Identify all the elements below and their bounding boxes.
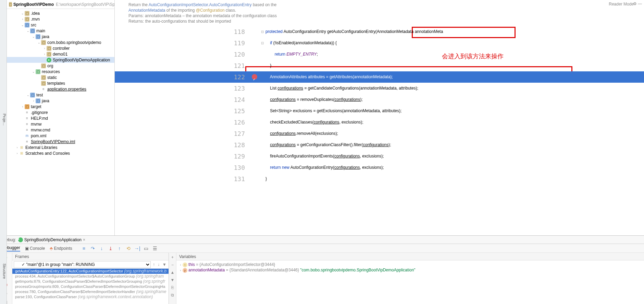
tree-node[interactable]: ›▢controller bbox=[7, 45, 114, 51]
drop-frame-icon[interactable]: ⟲ bbox=[126, 246, 131, 251]
node-label: com.bobo.springbootvipdemo bbox=[47, 40, 101, 45]
node-label: target bbox=[31, 104, 41, 109]
tree-node[interactable]: ›▢.mvn bbox=[7, 16, 114, 22]
console-tab[interactable]: ▣ Console bbox=[25, 246, 45, 251]
chevron-icon: ⌄ bbox=[26, 93, 30, 97]
step-over-icon[interactable]: ↷ bbox=[90, 246, 96, 251]
code-line[interactable]: 123 List configurations = getCandidateCo… bbox=[115, 83, 644, 94]
step-into-icon[interactable]: ↓ bbox=[99, 246, 104, 251]
code-line[interactable]: 126 checkExcludedClasses(configurations,… bbox=[115, 117, 644, 128]
tree-node[interactable]: ▢templates bbox=[7, 80, 114, 86]
chevron-icon: ⌄ bbox=[21, 12, 25, 15]
code-line[interactable]: 127 configurations.removeAll(exclusions)… bbox=[115, 128, 644, 139]
tree-node[interactable]: ⌄▢test bbox=[7, 92, 114, 98]
force-step-into-icon[interactable]: ⤓ bbox=[108, 246, 113, 251]
project-name: SpringBootVIPDemo bbox=[13, 2, 54, 7]
stack-frame[interactable]: process:434, AutoConfigurationImportSele… bbox=[12, 274, 169, 279]
tree-node[interactable]: ▢static bbox=[7, 74, 114, 80]
thread-selector[interactable]: ✓ "main"@1 in group "main": RUNNING bbox=[14, 261, 151, 268]
node-label: java bbox=[42, 34, 49, 39]
breakpoint-icon[interactable] bbox=[252, 74, 257, 80]
tree-node[interactable]: ≡application.properties bbox=[7, 86, 114, 92]
evaluate-icon[interactable]: ▭ bbox=[144, 246, 149, 251]
stack-frame[interactable]: getImports:879, ConfigurationClassParser… bbox=[12, 279, 169, 284]
fold-b-icon: ▢ bbox=[30, 28, 35, 33]
tree-node[interactable]: ⌄▢main bbox=[7, 28, 114, 34]
stack-frame[interactable]: processGroupImports:809, ConfigurationCl… bbox=[12, 284, 169, 289]
chevron-icon: ⌄ bbox=[32, 35, 36, 38]
remove-icon[interactable]: − bbox=[171, 262, 174, 267]
code-line[interactable]: 130 return new AutoConfigurationEntry(co… bbox=[115, 162, 644, 173]
copy-icon[interactable]: ⎘ bbox=[171, 285, 174, 290]
tree-node[interactable]: ⌄▢resources bbox=[7, 69, 114, 74]
debug-tab-header: Debug: ▸ SpringBootVipDemoApplication × … bbox=[0, 236, 644, 244]
tree-node[interactable]: ›⊞External Libraries bbox=[7, 144, 114, 150]
code-line[interactable]: 122 AnnotationAttributes attributes = ge… bbox=[115, 71, 644, 83]
fold-icon: ▢ bbox=[41, 81, 46, 86]
code-text: configurations.removeAll(exclusions); bbox=[265, 128, 338, 139]
prev-frame-icon[interactable]: ↑ bbox=[152, 262, 156, 267]
node-label: mvnw bbox=[31, 122, 41, 127]
variable-row[interactable]: ›pannotationMetadata = {StandardAnnotati… bbox=[178, 267, 644, 273]
frames-title: Frames bbox=[12, 253, 169, 260]
fold-icon[interactable]: ⊟ bbox=[260, 37, 264, 49]
fold-icon: ▢ bbox=[41, 40, 46, 45]
fold-icon[interactable]: ⊟ bbox=[260, 26, 264, 37]
tree-node[interactable]: ›▢target bbox=[7, 104, 114, 109]
tree-node[interactable]: ⌄▢com.bobo.springbootvipdemo bbox=[7, 39, 114, 45]
line-number: 130 bbox=[228, 162, 245, 173]
tree-node[interactable]: ⌄▢java bbox=[7, 34, 114, 39]
filter-frames-icon[interactable]: ▼ bbox=[162, 262, 167, 267]
node-label: SpringBootVipDemoApplication bbox=[53, 58, 110, 62]
code-line[interactable]: 131} bbox=[115, 173, 644, 185]
tree-node[interactable]: ▢org bbox=[7, 63, 114, 69]
fold-icon: ▢ bbox=[25, 17, 29, 22]
code-line[interactable]: 118⊟protected AutoConfigurationEntry get… bbox=[115, 26, 644, 37]
threads-icon[interactable]: ≡ bbox=[81, 246, 87, 251]
close-tab-icon[interactable]: × bbox=[83, 237, 85, 242]
tree-node[interactable]: ≡SpringBootVIPDemo.iml bbox=[7, 139, 114, 144]
tree-node[interactable]: ≡.gitignore bbox=[7, 109, 114, 115]
code-line[interactable]: 124 configurations = removeDuplicates(co… bbox=[115, 94, 644, 105]
debug-settings-icon[interactable]: ⚙ — bbox=[633, 1, 642, 6]
code-line[interactable]: 120 return EMPTY_ENTRY; bbox=[115, 49, 644, 60]
code-editor[interactable]: 会进入到该方法来操作 118⊟protected AutoConfigurati… bbox=[115, 26, 644, 235]
debug-config-name[interactable]: SpringBootVipDemoApplication bbox=[24, 237, 82, 242]
endpoints-tab[interactable]: ⬘ Endpoints bbox=[50, 246, 72, 251]
tree-node[interactable]: ≡HELP.md bbox=[7, 115, 114, 121]
code-line[interactable]: 129 fireAutoConfigurationImportEvents(co… bbox=[115, 151, 644, 162]
code-line[interactable]: 119⊟ if (!isEnabled(annotationMetadata))… bbox=[115, 37, 644, 49]
tree-node[interactable]: ⌄▢src bbox=[7, 22, 114, 28]
step-out-icon[interactable]: ↑ bbox=[117, 246, 122, 251]
reader-mode-toggle[interactable]: Reader Mode bbox=[609, 1, 634, 7]
variables-title: Variables bbox=[176, 253, 644, 260]
down-icon[interactable]: ▼ bbox=[171, 278, 175, 282]
tree-node[interactable]: ≡mvnw bbox=[7, 121, 114, 127]
tree-node[interactable]: ⌄▢.idea bbox=[7, 10, 114, 16]
tree-node[interactable]: ›▢demo01 bbox=[7, 51, 114, 57]
stack-frame[interactable]: getAutoConfigurationEntry:122, AutoConfi… bbox=[12, 269, 169, 274]
run-to-cursor-icon[interactable]: →| bbox=[135, 246, 140, 251]
stack-frame[interactable]: process:780, ConfigurationClassParser$De… bbox=[12, 289, 169, 294]
stack-frame[interactable]: parse:193, ConfigurationClassParser (org… bbox=[12, 294, 169, 300]
next-frame-icon[interactable]: ↓ bbox=[157, 262, 160, 267]
project-tool-tab[interactable]: Proje... bbox=[0, 0, 7, 235]
add-icon[interactable]: + bbox=[171, 255, 174, 260]
debug-tool-window: Debug: ▸ SpringBootVipDemoApplication × … bbox=[0, 235, 644, 304]
frames-side-icons: + − ▲ ▼ ⎘ ⧉ bbox=[169, 253, 176, 304]
code-line[interactable]: 125 Set<String> exclusions = getExclusio… bbox=[115, 105, 644, 117]
trace-icon[interactable]: ☰ bbox=[152, 246, 158, 251]
tree-node[interactable]: ›▢java bbox=[7, 98, 114, 104]
project-path: E:\workspace\SpringBootVIP\Sprin bbox=[56, 2, 114, 7]
code-line[interactable]: 128 configurations = getConfigurationCla… bbox=[115, 139, 644, 151]
tree-node[interactable]: mpom.xml bbox=[7, 133, 114, 139]
up-icon[interactable]: ▲ bbox=[171, 270, 175, 275]
code-line[interactable]: 121 } bbox=[115, 60, 644, 71]
dup-icon[interactable]: ⧉ bbox=[171, 293, 174, 297]
chevron-icon: › bbox=[32, 99, 36, 103]
structure-tool-tab[interactable]: Structure bbox=[0, 235, 7, 304]
tree-node[interactable]: ›⊞Scratches and Consoles bbox=[7, 150, 114, 156]
variable-row[interactable]: ›tthis = {AutoConfigurationImportSelecto… bbox=[178, 262, 644, 267]
tree-node[interactable]: ▸SpringBootVipDemoApplication bbox=[7, 57, 114, 63]
tree-node[interactable]: ≡mvnw.cmd bbox=[7, 127, 114, 133]
